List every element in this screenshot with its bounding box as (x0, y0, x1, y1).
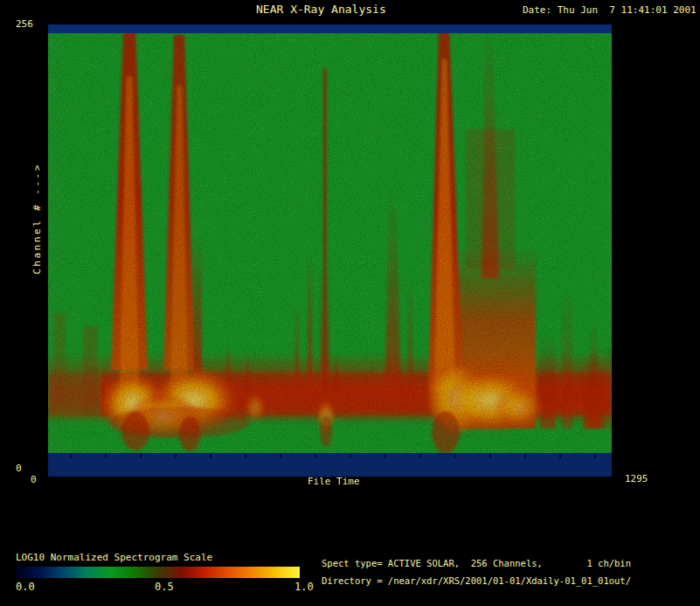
header-date: Date: Thu Jun 7 11:41:01 2001 (523, 5, 697, 16)
y-axis-title: Channel # ---> (31, 163, 43, 275)
spect-info-type: Spect type= ACTIVE SOLAR, 256 Channels, … (322, 558, 631, 568)
spectrogram-plot (48, 24, 612, 477)
colorbar-title: LOG10 Normalized Spectrogram Scale (16, 553, 212, 563)
near-xray-analysis-window: NEAR X-Ray Analysis Date: Thu Jun 7 11:4… (0, 0, 700, 606)
colorbar-tick-max: 1.0 (295, 582, 314, 593)
x-axis-min-label: 0 (31, 475, 37, 485)
page-title: NEAR X-Ray Analysis (256, 3, 386, 16)
spectrogram-canvas (48, 24, 612, 477)
y-axis-min-label: 0 (16, 463, 22, 474)
x-axis-title: File Time (308, 477, 360, 487)
colorbar (16, 567, 300, 578)
y-axis-max-label: 256 (16, 19, 33, 30)
x-axis-max-label: 1295 (625, 474, 648, 484)
spect-info-directory: Directory = /near/xdr/XRS/2001/01-01/Xda… (322, 575, 631, 586)
colorbar-tick-min: 0.0 (16, 582, 35, 593)
colorbar-tick-mid: 0.5 (155, 582, 174, 593)
